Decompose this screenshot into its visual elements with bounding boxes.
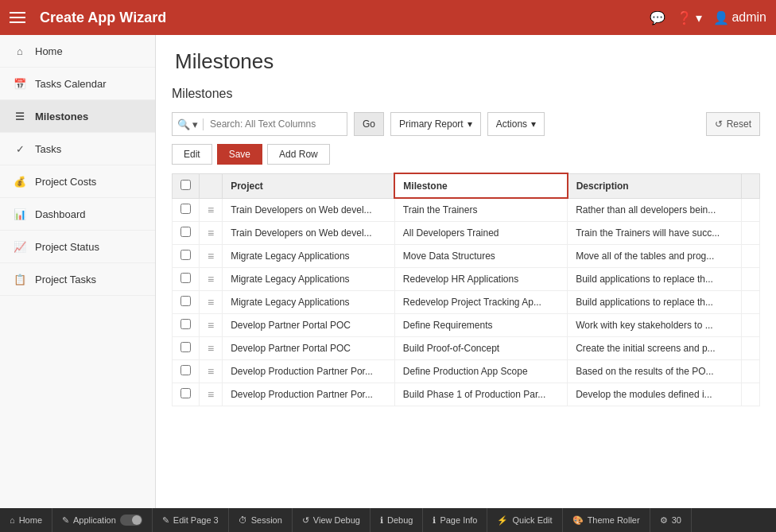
row-description: Build applications to replace th... (568, 290, 742, 313)
sidebar-item-project-costs[interactable]: 💰 Project Costs (0, 165, 155, 198)
col-header-description: Description (568, 173, 742, 198)
drag-icon: ≡ (208, 365, 214, 378)
row-drag-cell: ≡ (200, 336, 223, 359)
bottom-view-debug-icon: ↺ (302, 515, 309, 526)
row-checkbox[interactable] (180, 227, 191, 237)
bottom-debug-icon: ℹ (380, 515, 383, 526)
bottom-bar: ⌂ Home ✎ Application ✎ Edit Page 3 ⏱ Ses… (0, 508, 776, 532)
sidebar-item-tasks[interactable]: ✓ Tasks (0, 133, 155, 165)
bottom-page-info-icon: ℹ (433, 515, 436, 526)
page-title: Milestones (175, 49, 757, 74)
row-checkbox[interactable] (180, 319, 191, 329)
row-checkbox[interactable] (180, 204, 191, 214)
row-drag-cell: ≡ (200, 244, 223, 267)
save-button[interactable]: Save (217, 144, 262, 165)
row-checkbox[interactable] (180, 273, 191, 283)
row-project: Migrate Legacy Applications (223, 267, 395, 290)
hamburger-icon[interactable] (10, 6, 32, 29)
chat-icon[interactable]: 💬 (650, 10, 665, 25)
row-milestone: All Developers Trained (394, 221, 567, 244)
content-body: Milestones 🔍 ▾ Go Primary Report ▾ Actio… (156, 83, 776, 508)
row-checkbox-cell (173, 359, 200, 382)
select-all-checkbox[interactable] (180, 180, 191, 190)
row-checkbox-cell (173, 382, 200, 406)
bottom-home-icon: ⌂ (10, 515, 15, 525)
bottom-theme-roller-icon: 🎨 (572, 515, 584, 526)
dashboard-icon: 📊 (13, 207, 27, 221)
help-icon[interactable]: ❓ ▾ (677, 10, 702, 25)
row-description: Develop the modules defined i... (568, 382, 742, 406)
status-icon: 📈 (13, 239, 27, 254)
row-checkbox[interactable] (180, 250, 191, 260)
bottom-session[interactable]: ⏱ Session (229, 508, 293, 532)
app-title: Create App Wizard (40, 10, 650, 26)
sidebar: ⌂ Home 📅 Tasks Calendar ☰ Milestones ✓ T… (0, 35, 156, 508)
bottom-view-debug[interactable]: ↺ View Debug (293, 508, 371, 532)
table-row: ≡ Train Developers on Web devel... Train… (173, 198, 760, 221)
actions-button[interactable]: Actions ▾ (487, 112, 545, 136)
table-row: ≡ Migrate Legacy Applications Redevelop … (173, 267, 760, 290)
row-extra (742, 198, 760, 221)
home-icon: ⌂ (13, 44, 27, 58)
table-row: ≡ Migrate Legacy Applications Redevelop … (173, 290, 760, 313)
row-checkbox[interactable] (180, 388, 191, 398)
bottom-application-icon: ✎ (62, 515, 69, 526)
bottom-session-icon: ⏱ (239, 515, 247, 525)
table-row: ≡ Develop Production Partner Por... Buil… (173, 382, 760, 406)
row-project: Train Developers on Web devel... (223, 198, 395, 221)
sidebar-item-milestones[interactable]: ☰ Milestones (0, 100, 155, 133)
page-title-bar: Milestones (156, 35, 776, 83)
go-button[interactable]: Go (354, 112, 384, 136)
search-icon: 🔍 (177, 118, 190, 130)
bottom-theme-roller[interactable]: 🎨 Theme Roller (563, 508, 650, 532)
bottom-edit-page[interactable]: ✎ Edit Page 3 (153, 508, 229, 532)
user-menu[interactable]: 👤 admin (713, 10, 766, 25)
reset-icon: ↺ (715, 118, 723, 130)
row-checkbox-cell (173, 290, 200, 313)
row-project: Develop Production Partner Por... (223, 359, 395, 382)
row-description: Train the Trainers will have succ... (568, 221, 742, 244)
row-checkbox[interactable] (180, 342, 191, 352)
sidebar-item-project-status[interactable]: 📈 Project Status (0, 231, 155, 263)
row-checkbox-cell (173, 244, 200, 267)
sidebar-item-tasks-calendar[interactable]: 📅 Tasks Calendar (0, 68, 155, 100)
search-input[interactable] (204, 113, 347, 135)
bottom-settings-icon: ⚙ (660, 515, 668, 526)
add-row-button[interactable]: Add Row (267, 144, 330, 165)
row-checkbox[interactable] (180, 296, 191, 306)
primary-report-chevron: ▾ (468, 118, 472, 130)
row-extra (742, 244, 760, 267)
primary-report-button[interactable]: Primary Report ▾ (390, 112, 481, 136)
drag-icon: ≡ (208, 319, 214, 332)
drag-icon: ≡ (208, 296, 214, 309)
content-area: Milestones Milestones 🔍 ▾ Go Primary Rep… (156, 35, 776, 508)
edit-button[interactable]: Edit (172, 144, 212, 165)
row-drag-cell: ≡ (200, 313, 223, 336)
data-table: Project Milestone Description ≡ Train De… (172, 173, 760, 406)
bottom-quick-edit[interactable]: ⚡ Quick Edit (487, 508, 562, 532)
drag-icon: ≡ (208, 273, 214, 285)
row-description: Rather than all developers bein... (568, 198, 742, 221)
sidebar-item-project-tasks[interactable]: 📋 Project Tasks (0, 263, 155, 296)
row-checkbox[interactable] (180, 365, 191, 375)
bottom-debug[interactable]: ℹ Debug (371, 508, 423, 532)
table-row: ≡ Develop Production Partner Por... Defi… (173, 359, 760, 382)
bottom-application[interactable]: ✎ Application (52, 508, 153, 532)
row-checkbox-cell (173, 313, 200, 336)
bottom-page-info[interactable]: ℹ Page Info (423, 508, 487, 532)
sidebar-item-home[interactable]: ⌂ Home (0, 35, 155, 68)
drag-icon: ≡ (208, 388, 214, 401)
col-header-checkbox (173, 173, 200, 198)
table-row: ≡ Develop Partner Portal POC Define Requ… (173, 313, 760, 336)
sidebar-item-dashboard[interactable]: 📊 Dashboard (0, 198, 155, 231)
reset-button[interactable]: ↺ Reset (706, 112, 760, 136)
row-milestone: Redevelop HR Applications (394, 267, 567, 290)
row-drag-cell: ≡ (200, 221, 223, 244)
bottom-edit-page-icon: ✎ (162, 515, 169, 526)
drag-icon: ≡ (208, 227, 214, 239)
bottom-settings[interactable]: ⚙ 30 (650, 508, 692, 532)
application-toggle[interactable] (120, 515, 142, 526)
search-dropdown-btn[interactable]: 🔍 ▾ (173, 118, 204, 130)
col-header-drag (200, 173, 223, 198)
bottom-home[interactable]: ⌂ Home (0, 508, 52, 532)
